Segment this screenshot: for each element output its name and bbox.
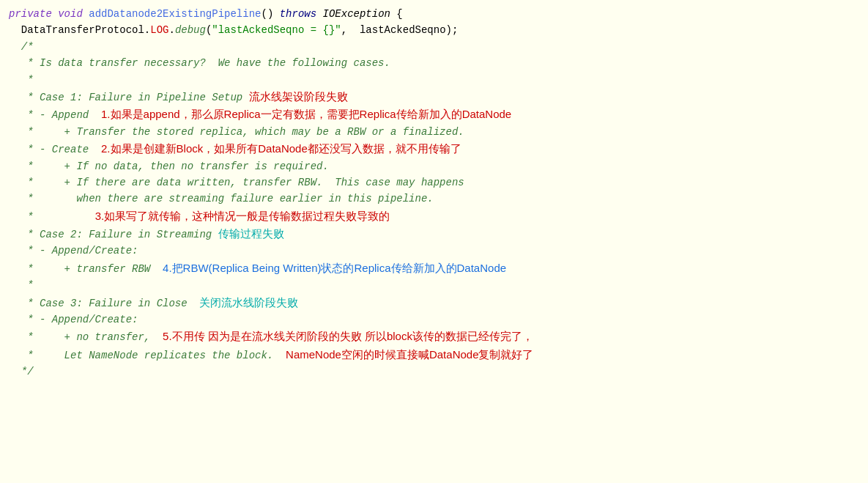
line-14: * Case 2: Failure in Streaming 传输过程失败 (9, 225, 859, 243)
line-13: * 3.如果写了就传输，这种情况一般是传输数据过程失败导致的 (9, 207, 859, 225)
line-22: */ (9, 364, 859, 380)
line-19: * - Append/Create: (9, 311, 859, 328)
code-container: private void addDatanode2ExistingPipelin… (9, 6, 859, 380)
line-12: * when there are streaming failure earli… (9, 191, 859, 207)
line-2: DataTransferProtocol.LOG.debug("lastAcke… (9, 22, 859, 38)
line-20: * + no transfer, 5.不用传 因为是在流水线关闭阶段的失败 所以… (9, 328, 859, 345)
line-17: * (9, 277, 859, 293)
line-11: * + If there are data written, transfer … (9, 174, 859, 191)
line-8: * + Transfer the stored replica, which m… (9, 124, 859, 140)
line-3: /* (9, 39, 859, 55)
line-16: * + transfer RBW 4.把RBW(Replica Being Wr… (9, 259, 859, 277)
line-15: * - Append/Create: (9, 243, 859, 259)
line-5: * (9, 72, 859, 88)
line-9: * - Create 2.如果是创建新Block，如果所有DataNode都还没… (9, 140, 859, 158)
line-6: * Case 1: Failure in Pipeline Setup 流水线架… (9, 88, 859, 106)
line-1: private void addDatanode2ExistingPipelin… (9, 6, 859, 22)
line-4: * Is data transfer necessary? We have th… (9, 55, 859, 71)
line-21: * Let NameNode replicates the block. Nam… (9, 346, 859, 364)
line-7: * - Append 1.如果是append，那么原Replica一定有数据，需… (9, 106, 859, 123)
line-18: * Case 3: Failure in Close 关闭流水线阶段失败 (9, 294, 859, 311)
line-10: * + If no data, then no transfer is requ… (9, 158, 859, 174)
